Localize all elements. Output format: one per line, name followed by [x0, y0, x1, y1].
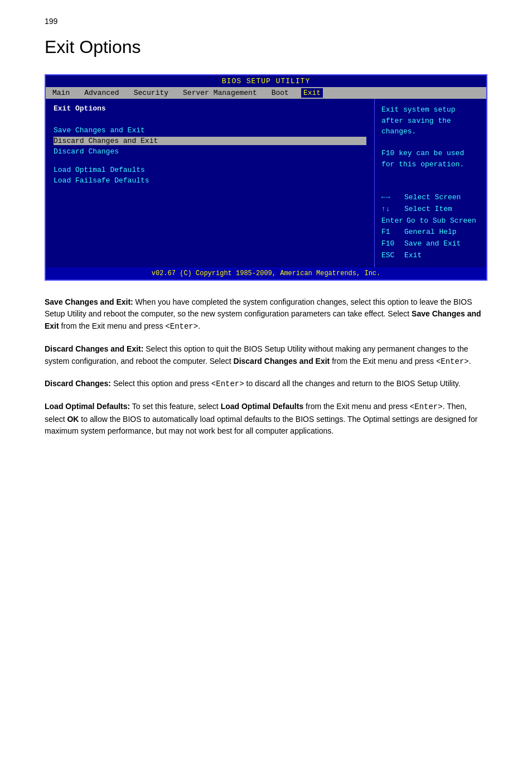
key-row-f1: F1 General Help — [381, 227, 480, 238]
key-select-item: Select Item — [404, 204, 452, 215]
key-row-enter: Enter Go to Sub Screen — [381, 215, 480, 227]
key-sub-screen: Go to Sub Screen — [407, 215, 476, 227]
key-row-f10: F10 Save and Exit — [381, 238, 480, 250]
term-discard-changes-exit: Discard Changes and Exit: — [45, 344, 143, 353]
key-row-select-screen: ←→ Select Screen — [381, 192, 480, 204]
code-enter-4: <Enter> — [410, 402, 443, 411]
desc-save-changes-exit: Save Changes and Exit: When you have com… — [45, 296, 487, 333]
key-row-esc: ESC Exit — [381, 250, 480, 262]
bios-body: Exit Options Save Changes and Exit Disca… — [46, 99, 486, 267]
key-arrows: ←→ — [381, 192, 401, 204]
key-f10: F10 — [381, 238, 401, 250]
key-f1: F1 — [381, 227, 401, 238]
bios-left-panel: Exit Options Save Changes and Exit Disca… — [46, 99, 375, 267]
page-title: Exit Options — [45, 37, 487, 57]
bios-right-panel: Exit system setup after saving the chang… — [375, 99, 486, 267]
desc-discard-changes: Discard Changes: Select this option and … — [45, 378, 487, 391]
bios-menu-boot[interactable]: Boot — [269, 88, 291, 98]
bios-menu-main[interactable]: Main — [50, 88, 72, 98]
inline-ok: OK — [67, 415, 79, 424]
bios-menu-bar: Main Advanced Security Server Management… — [46, 87, 486, 99]
key-esc: ESC — [381, 250, 401, 262]
term-discard-changes: Discard Changes: — [45, 379, 111, 388]
code-enter-3: <Enter> — [211, 379, 244, 388]
desc-load-optimal-defaults: Load Optimal Defaults: To set this featu… — [45, 401, 487, 438]
bios-section-title: Exit Options — [54, 104, 366, 113]
key-updown: ↑↓ — [381, 204, 401, 215]
inline-discard-changes-exit: Discard Changes and Exit — [234, 357, 330, 366]
key-enter: Enter — [381, 215, 403, 227]
key-exit: Exit — [404, 250, 422, 262]
term-save-changes-exit: Save Changes and Exit: — [45, 297, 133, 306]
code-enter-2: <Enter> — [436, 357, 469, 366]
key-general-help: General Help — [404, 227, 457, 238]
bios-option-discard-changes[interactable]: Discard Changes — [54, 147, 366, 156]
page-number: 199 — [45, 17, 487, 26]
inline-load-optimal-defaults: Load Optimal Defaults — [221, 402, 304, 411]
bios-key-help: ←→ Select Screen ↑↓ Select Item Enter Go… — [381, 192, 480, 262]
bios-menu-security[interactable]: Security — [132, 88, 171, 98]
term-load-optimal-defaults: Load Optimal Defaults: — [45, 402, 130, 411]
key-save-exit: Save and Exit — [404, 238, 461, 250]
bios-option-discard-changes-exit[interactable]: Discard Changes and Exit — [54, 137, 366, 145]
bios-option-save-changes-exit[interactable]: Save Changes and Exit — [54, 126, 366, 134]
desc-discard-changes-exit: Discard Changes and Exit: Select this op… — [45, 343, 487, 368]
bios-help-text: Exit system setup after saving the chang… — [381, 104, 480, 170]
key-select-screen: Select Screen — [404, 192, 461, 204]
bios-option-load-failsafe[interactable]: Load Failsafe Defaults — [54, 176, 366, 185]
bios-menu-exit[interactable]: Exit — [301, 88, 323, 98]
bios-option-load-optimal[interactable]: Load Optimal Defaults — [54, 166, 366, 174]
bios-screenshot: BIOS SETUP UTILITY Main Advanced Securit… — [45, 74, 487, 281]
bios-menu-server-management[interactable]: Server Management — [181, 88, 259, 98]
code-enter-1: <Enter> — [165, 322, 198, 331]
bios-menu-advanced[interactable]: Advanced — [82, 88, 121, 98]
key-row-select-item: ↑↓ Select Item — [381, 204, 480, 215]
bios-title-bar: BIOS SETUP UTILITY — [46, 75, 486, 87]
bios-footer: v02.67 (C) Copyright 1985-2009, American… — [46, 267, 486, 280]
inline-save-changes-exit: Save Changes and Exit — [45, 309, 481, 330]
